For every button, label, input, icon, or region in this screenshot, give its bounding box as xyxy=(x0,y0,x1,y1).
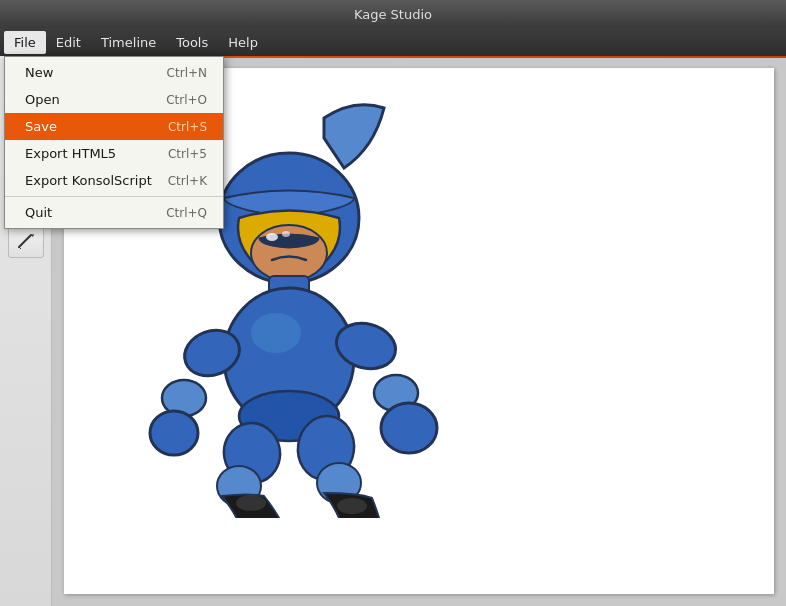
menu-help[interactable]: Help xyxy=(218,31,268,54)
menu-item-export-konsol-label: Export KonsolScript xyxy=(25,173,152,188)
menubar: File Edit Timeline Tools Help New Ctrl+N… xyxy=(0,28,786,56)
window-title: Kage Studio xyxy=(354,7,432,22)
menu-item-new-label: New xyxy=(25,65,53,80)
menu-item-quit-shortcut: Ctrl+Q xyxy=(166,206,207,220)
menu-edit[interactable]: Edit xyxy=(46,31,91,54)
menu-item-new-shortcut: Ctrl+N xyxy=(167,66,207,80)
svg-point-13 xyxy=(251,313,301,353)
menu-item-new[interactable]: New Ctrl+N xyxy=(5,59,223,86)
svg-line-5 xyxy=(19,235,31,247)
menu-item-quit-label: Quit xyxy=(25,205,52,220)
menu-separator xyxy=(5,196,223,197)
menu-tools[interactable]: Tools xyxy=(166,31,218,54)
svg-point-19 xyxy=(381,403,437,453)
file-dropdown-menu: New Ctrl+N Open Ctrl+O Save Ctrl+S Expor… xyxy=(4,56,224,229)
menu-item-export-konsol-shortcut: Ctrl+K xyxy=(168,174,207,188)
menu-item-open-shortcut: Ctrl+O xyxy=(166,93,207,107)
menu-item-export-konsol[interactable]: Export KonsolScript Ctrl+K xyxy=(5,167,223,194)
svg-point-10 xyxy=(282,231,290,237)
menu-item-export-html5-shortcut: Ctrl+5 xyxy=(168,147,207,161)
svg-point-9 xyxy=(266,233,278,241)
menu-item-open[interactable]: Open Ctrl+O xyxy=(5,86,223,113)
svg-point-26 xyxy=(337,498,367,514)
menu-item-quit[interactable]: Quit Ctrl+Q xyxy=(5,199,223,226)
menu-item-export-html5-label: Export HTML5 xyxy=(25,146,116,161)
svg-point-16 xyxy=(150,411,198,455)
svg-line-6 xyxy=(19,247,21,249)
menu-item-save-shortcut: Ctrl+S xyxy=(168,120,207,134)
menu-file[interactable]: File xyxy=(4,31,46,54)
menu-item-save[interactable]: Save Ctrl+S xyxy=(5,113,223,140)
menu-item-open-label: Open xyxy=(25,92,60,107)
menu-item-save-label: Save xyxy=(25,119,57,134)
svg-point-23 xyxy=(236,495,266,511)
menu-item-export-html5[interactable]: Export HTML5 Ctrl+5 xyxy=(5,140,223,167)
menu-timeline[interactable]: Timeline xyxy=(91,31,166,54)
titlebar: Kage Studio xyxy=(0,0,786,28)
